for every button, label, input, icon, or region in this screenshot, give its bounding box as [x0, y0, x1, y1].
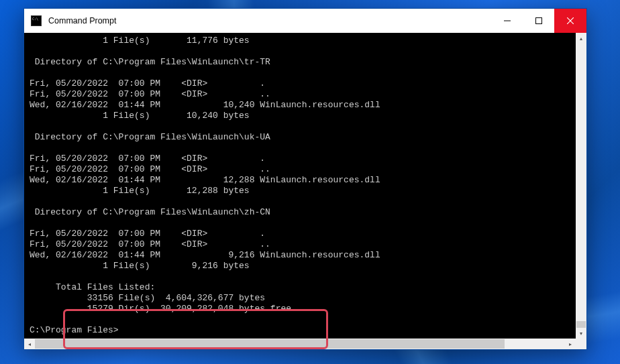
horizontal-scrollbar[interactable]: ◂ ▸: [24, 339, 586, 349]
minimize-button[interactable]: [491, 9, 523, 33]
terminal-area: 1 File(s) 11,776 bytes Directory of C:\P…: [24, 33, 586, 349]
window-title: Command Prompt: [48, 16, 491, 25]
scroll-down-button[interactable]: ▾: [576, 328, 586, 339]
svg-rect-1: [535, 18, 541, 24]
window-controls: [491, 9, 586, 33]
scroll-right-button[interactable]: ▸: [565, 339, 576, 349]
horizontal-scroll-track[interactable]: [35, 339, 565, 349]
minimize-icon: [504, 17, 511, 24]
maximize-button[interactable]: [523, 9, 554, 33]
title-bar[interactable]: Command Prompt: [24, 9, 586, 33]
close-icon: [567, 17, 574, 24]
scroll-up-button[interactable]: ▴: [576, 33, 586, 44]
scroll-left-button[interactable]: ◂: [24, 339, 35, 349]
scroll-corner: [576, 339, 586, 349]
cmd-icon: [31, 15, 42, 26]
close-button[interactable]: [554, 9, 586, 33]
maximize-icon: [535, 17, 542, 24]
horizontal-scroll-thumb[interactable]: [35, 339, 505, 349]
terminal-output[interactable]: 1 File(s) 11,776 bytes Directory of C:\P…: [24, 33, 576, 339]
vertical-scrollbar[interactable]: ▴ ▾: [576, 33, 586, 339]
command-prompt-window: Command Prompt 1 File(s) 11,776 bytes Di…: [23, 8, 587, 350]
